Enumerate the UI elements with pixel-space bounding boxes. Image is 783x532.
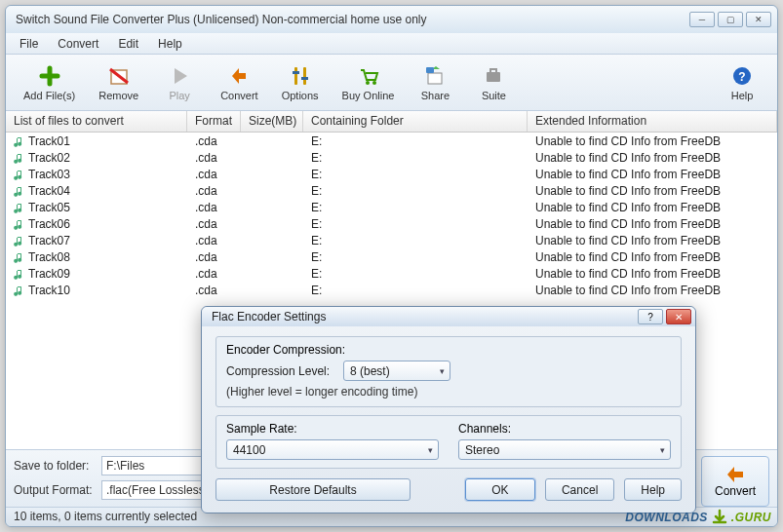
file-folder: E:	[303, 234, 528, 247]
file-extended-info: Unable to find CD Info from FreeDB	[528, 184, 777, 198]
file-extended-info: Unable to find CD Info from FreeDB	[528, 284, 777, 297]
file-format: .cda	[187, 250, 241, 264]
add-files-button[interactable]: Add File(s)	[12, 60, 87, 105]
file-folder: E:	[303, 284, 528, 297]
file-format: .cda	[187, 184, 241, 198]
file-format: .cda	[187, 284, 241, 297]
compression-hint: (Higher level = longer encoding time)	[226, 385, 671, 399]
dialog-close-button[interactable]: ✕	[666, 309, 691, 324]
encoder-compression-group: Encoder Compression: Compression Level: …	[215, 336, 682, 407]
help-button[interactable]: ? Help	[713, 60, 771, 105]
convert-arrow-icon	[724, 465, 747, 484]
file-format: .cda	[187, 134, 241, 148]
file-folder: E:	[303, 250, 528, 264]
file-folder: E:	[303, 134, 528, 148]
music-note-icon	[14, 285, 25, 296]
remove-button[interactable]: Remove	[87, 60, 150, 105]
convert-icon	[227, 64, 251, 88]
file-folder: E:	[303, 151, 528, 165]
dialog-help-button[interactable]: ?	[638, 309, 663, 324]
buy-online-button[interactable]: Buy Online	[331, 60, 407, 105]
cancel-button[interactable]: Cancel	[545, 478, 614, 501]
file-name: Track03	[28, 168, 70, 181]
file-format: .cda	[187, 168, 241, 181]
music-note-icon	[14, 169, 25, 180]
menu-help[interactable]: Help	[148, 34, 192, 54]
column-filename[interactable]: List of files to convert	[6, 111, 187, 132]
file-row[interactable]: Track10.cdaE:Unable to find CD Info from…	[6, 282, 777, 298]
channels-label: Channels:	[458, 422, 671, 436]
ok-button[interactable]: OK	[465, 478, 535, 501]
svg-rect-10	[490, 69, 496, 73]
play-button[interactable]: Play	[150, 60, 209, 105]
svg-rect-2	[303, 67, 306, 85]
cart-icon	[357, 64, 380, 88]
plus-icon	[38, 64, 61, 88]
file-format: .cda	[187, 267, 241, 281]
list-header: List of files to convert Format Size(MB)…	[6, 111, 777, 133]
file-folder: E:	[303, 184, 528, 198]
watermark: DOWNLOADS .GURU	[625, 509, 771, 526]
column-folder[interactable]: Containing Folder	[303, 111, 528, 132]
file-extended-info: Unable to find CD Info from FreeDB	[528, 151, 777, 165]
file-row[interactable]: Track01.cdaE:Unable to find CD Info from…	[6, 133, 777, 149]
svg-text:?: ?	[738, 70, 745, 84]
column-size[interactable]: Size(MB)	[241, 111, 303, 132]
menu-file[interactable]: File	[10, 34, 48, 54]
file-extended-info: Unable to find CD Info from FreeDB	[528, 201, 777, 214]
file-row[interactable]: Track05.cdaE:Unable to find CD Info from…	[6, 199, 777, 215]
file-folder: E:	[303, 267, 528, 281]
compression-level-combo[interactable]: 8 (best)	[343, 361, 450, 381]
file-row[interactable]: Track07.cdaE:Unable to find CD Info from…	[6, 232, 777, 248]
flac-encoder-dialog: Flac Encoder Settings ? ✕ Encoder Compre…	[201, 306, 696, 513]
convert-main-button[interactable]: Convert	[701, 456, 769, 507]
close-button[interactable]: ✕	[746, 12, 771, 27]
column-format[interactable]: Format	[187, 111, 241, 132]
file-name: Track01	[28, 134, 70, 148]
options-button[interactable]: Options	[270, 60, 331, 105]
file-name: Track07	[28, 234, 70, 247]
file-folder: E:	[303, 217, 528, 231]
file-row[interactable]: Track09.cdaE:Unable to find CD Info from…	[6, 265, 777, 282]
restore-defaults-button[interactable]: Restore Defaults	[215, 478, 411, 501]
file-extended-info: Unable to find CD Info from FreeDB	[528, 168, 777, 181]
convert-button[interactable]: Convert	[209, 60, 270, 105]
svg-rect-3	[293, 71, 299, 74]
maximize-button[interactable]: ▢	[718, 12, 743, 27]
share-icon	[423, 64, 447, 88]
svg-point-6	[372, 81, 376, 85]
svg-rect-8	[426, 67, 434, 73]
file-row[interactable]: Track06.cdaE:Unable to find CD Info from…	[6, 215, 777, 232]
options-icon	[289, 64, 312, 88]
column-extended[interactable]: Extended Information	[528, 111, 777, 132]
menu-edit[interactable]: Edit	[108, 34, 148, 54]
file-extended-info: Unable to find CD Info from FreeDB	[528, 234, 777, 247]
minimize-button[interactable]: ─	[689, 12, 715, 27]
svg-point-5	[366, 81, 370, 85]
svg-rect-1	[294, 67, 297, 85]
download-icon	[711, 509, 728, 526]
file-row[interactable]: Track03.cdaE:Unable to find CD Info from…	[6, 166, 777, 182]
file-row[interactable]: Track08.cdaE:Unable to find CD Info from…	[6, 248, 777, 265]
svg-rect-7	[428, 73, 442, 84]
file-row[interactable]: Track04.cdaE:Unable to find CD Info from…	[6, 182, 777, 199]
window-title: Switch Sound File Converter Plus (Unlice…	[12, 13, 686, 26]
output-format-label: Output Format:	[14, 483, 101, 497]
dialog-help-footer-button[interactable]: Help	[624, 478, 682, 501]
audio-settings-group: Sample Rate: 44100 Channels: Stereo	[215, 415, 682, 469]
file-name: Track06	[28, 217, 70, 231]
music-note-icon	[14, 152, 25, 164]
convert-main-label: Convert	[715, 484, 756, 498]
file-row[interactable]: Track02.cdaE:Unable to find CD Info from…	[6, 149, 777, 166]
sample-rate-combo[interactable]: 44100	[226, 439, 439, 460]
channels-combo[interactable]: Stereo	[458, 439, 671, 460]
help-icon: ?	[730, 64, 754, 88]
file-name: Track09	[28, 267, 70, 281]
share-button[interactable]: Share	[406, 60, 464, 105]
music-note-icon	[14, 202, 25, 213]
music-note-icon	[14, 251, 25, 263]
file-name: Track02	[28, 151, 70, 165]
suite-button[interactable]: Suite	[464, 60, 523, 105]
suite-icon	[482, 64, 505, 88]
menu-convert[interactable]: Convert	[48, 34, 108, 54]
